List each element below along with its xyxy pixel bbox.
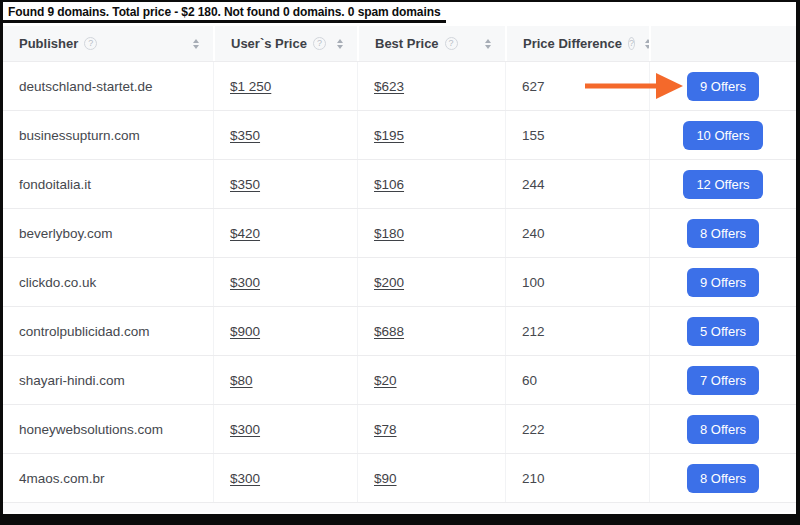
offers-cell: 7 Offers — [649, 356, 796, 404]
price-difference-cell: 222 — [505, 405, 649, 453]
column-header-publisher[interactable]: Publisher? — [3, 26, 213, 61]
table-row: fondoitalia.it$350$10624412 Offers — [3, 160, 796, 209]
help-icon[interactable]: ? — [84, 37, 97, 50]
offers-button[interactable]: 5 Offers — [687, 317, 759, 346]
users-price-link[interactable]: $300 — [230, 275, 260, 290]
offers-button[interactable]: 9 Offers — [687, 72, 759, 101]
offers-button[interactable]: 9 Offers — [687, 268, 759, 297]
best-price-cell: $78 — [357, 405, 505, 453]
publisher-cell: beverlyboy.com — [3, 209, 213, 257]
best-price-link[interactable]: $106 — [374, 177, 404, 192]
users-price-link[interactable]: $300 — [230, 422, 260, 437]
price-difference-value: 240 — [522, 226, 545, 241]
column-header-best-price[interactable]: Best Price? — [357, 26, 505, 61]
users-price-link[interactable]: $80 — [230, 373, 253, 388]
users-price-cell: $350 — [213, 160, 357, 208]
users-price-link[interactable]: $1 250 — [230, 79, 271, 94]
price-difference-cell: 155 — [505, 111, 649, 159]
users-price-link[interactable]: $350 — [230, 177, 260, 192]
users-price-cell: $900 — [213, 307, 357, 355]
help-icon[interactable]: ? — [445, 37, 458, 50]
best-price-link[interactable]: $180 — [374, 226, 404, 241]
screenshot-frame: Found 9 domains. Total price - $2 180. N… — [0, 0, 800, 525]
offers-button[interactable]: 8 Offers — [687, 219, 759, 248]
best-price-cell: $180 — [357, 209, 505, 257]
publisher-cell: businessupturn.com — [3, 111, 213, 159]
users-price-link[interactable]: $350 — [230, 128, 260, 143]
publisher-name: businessupturn.com — [19, 128, 140, 143]
users-price-link[interactable]: $300 — [230, 471, 260, 486]
users-price-cell: $300 — [213, 258, 357, 306]
users-price-cell: $420 — [213, 209, 357, 257]
table-row: controlpublicidad.com$900$6882125 Offers — [3, 307, 796, 356]
offers-cell: 9 Offers — [649, 258, 796, 306]
price-difference-value: 627 — [522, 79, 545, 94]
sort-down-arrow — [193, 45, 199, 49]
column-header-price-difference[interactable]: Price Difference? — [505, 26, 649, 61]
domains-table: Publisher?User`s Price?Best Price?Price … — [3, 26, 796, 503]
table-header-row: Publisher?User`s Price?Best Price?Price … — [3, 26, 796, 62]
sort-up-arrow — [337, 39, 343, 43]
offers-cell: 8 Offers — [649, 209, 796, 257]
users-price-cell: $1 250 — [213, 62, 357, 110]
best-price-cell: $20 — [357, 356, 505, 404]
best-price-link[interactable]: $90 — [374, 471, 397, 486]
offers-button[interactable]: 7 Offers — [687, 366, 759, 395]
column-header-offers — [649, 26, 796, 61]
price-difference-value: 100 — [522, 275, 545, 290]
offers-cell: 12 Offers — [649, 160, 796, 208]
offers-button[interactable]: 12 Offers — [683, 170, 762, 199]
annotation-arrow-icon — [585, 71, 684, 101]
best-price-link[interactable]: $623 — [374, 79, 404, 94]
users-price-cell: $300 — [213, 405, 357, 453]
publisher-name: fondoitalia.it — [19, 177, 91, 192]
table-row: businessupturn.com$350$19515510 Offers — [3, 111, 796, 160]
publisher-cell: honeywebsolutions.com — [3, 405, 213, 453]
publisher-cell: controlpublicidad.com — [3, 307, 213, 355]
price-difference-cell: 244 — [505, 160, 649, 208]
price-difference-cell: 240 — [505, 209, 649, 257]
sort-icon[interactable] — [485, 39, 491, 49]
help-icon[interactable]: ? — [313, 37, 326, 50]
publisher-cell: fondoitalia.it — [3, 160, 213, 208]
column-header-users-price[interactable]: User`s Price? — [213, 26, 357, 61]
users-price-link[interactable]: $420 — [230, 226, 260, 241]
column-label: User`s Price — [231, 36, 307, 51]
users-price-cell: $300 — [213, 454, 357, 502]
table-row: beverlyboy.com$420$1802408 Offers — [3, 209, 796, 258]
summary-bar: Found 9 domains. Total price - $2 180. N… — [3, 2, 796, 26]
offers-cell: 5 Offers — [649, 307, 796, 355]
price-difference-value: 212 — [522, 324, 545, 339]
best-price-link[interactable]: $78 — [374, 422, 397, 437]
offers-button[interactable]: 10 Offers — [683, 121, 762, 150]
best-price-cell: $200 — [357, 258, 505, 306]
sort-down-arrow — [485, 45, 491, 49]
best-price-link[interactable]: $688 — [374, 324, 404, 339]
users-price-link[interactable]: $900 — [230, 324, 260, 339]
table-row: honeywebsolutions.com$300$782228 Offers — [3, 405, 796, 454]
sort-icon[interactable] — [193, 39, 199, 49]
summary-text: Found 9 domains. Total price - $2 180. N… — [3, 2, 446, 23]
table-row: shayari-hindi.com$80$20607 Offers — [3, 356, 796, 405]
price-difference-cell: 100 — [505, 258, 649, 306]
best-price-cell: $195 — [357, 111, 505, 159]
publisher-name: honeywebsolutions.com — [19, 422, 163, 437]
publisher-name: deutschland-startet.de — [19, 79, 153, 94]
offers-cell: 8 Offers — [649, 405, 796, 453]
sort-up-arrow — [485, 39, 491, 43]
offers-cell: 10 Offers — [649, 111, 796, 159]
best-price-link[interactable]: $20 — [374, 373, 397, 388]
sort-icon[interactable] — [337, 39, 343, 49]
best-price-link[interactable]: $195 — [374, 128, 404, 143]
price-difference-value: 244 — [522, 177, 545, 192]
footer-strip — [3, 503, 796, 512]
offers-button[interactable]: 8 Offers — [687, 415, 759, 444]
price-difference-value: 155 — [522, 128, 545, 143]
table-body: deutschland-startet.de$1 250$6236279 Off… — [3, 62, 796, 503]
best-price-cell: $623 — [357, 62, 505, 110]
price-difference-value: 60 — [522, 373, 537, 388]
help-icon[interactable]: ? — [628, 37, 635, 50]
best-price-link[interactable]: $200 — [374, 275, 404, 290]
offers-button[interactable]: 8 Offers — [687, 464, 759, 493]
publisher-name: shayari-hindi.com — [19, 373, 125, 388]
